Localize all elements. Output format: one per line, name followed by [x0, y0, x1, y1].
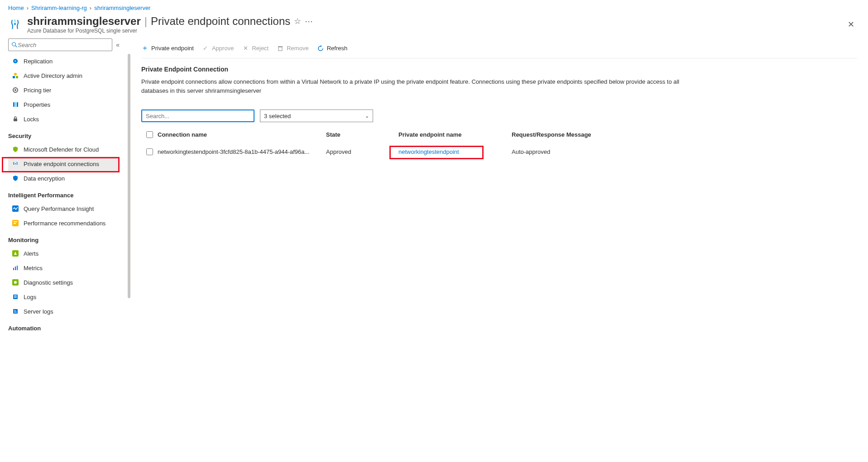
svg-rect-21	[13, 268, 14, 270]
private-endpoint-link[interactable]: networkingtestendpoint	[398, 148, 459, 155]
sidebar-item-performance-recommendations[interactable]: Performance recommendations	[8, 216, 120, 230]
svg-rect-29	[13, 309, 18, 314]
postgresql-icon	[8, 18, 22, 31]
chart-pulse-icon	[12, 205, 19, 212]
svg-rect-28	[14, 297, 17, 298]
sidebar-item-metrics[interactable]: Metrics	[8, 261, 120, 275]
svg-point-8	[14, 73, 17, 76]
select-all-checkbox[interactable]	[146, 131, 153, 138]
blade-title: Private endpoint connections	[151, 15, 290, 28]
sidebar-item-label: Alerts	[24, 250, 38, 257]
svg-rect-0	[14, 19, 15, 23]
check-icon: ✓	[202, 45, 209, 52]
col-state[interactable]: State	[326, 131, 398, 138]
server-logs-icon	[12, 308, 19, 315]
sidebar-item-private-endpoint-connections[interactable]: Private endpoint connections	[8, 157, 120, 171]
button-label: Approve	[212, 45, 234, 52]
sidebar-search[interactable]	[8, 38, 112, 51]
svg-point-5	[14, 60, 16, 62]
svg-rect-33	[278, 46, 283, 47]
sidebar-item-replication[interactable]: Replication	[8, 54, 120, 68]
sidebar-item-label: Metrics	[24, 265, 43, 271]
x-icon: ✕	[242, 45, 249, 52]
metrics-icon	[12, 264, 19, 271]
row-checkbox[interactable]	[146, 148, 153, 155]
svg-rect-23	[17, 266, 18, 270]
sidebar-item-label: Properties	[24, 101, 50, 108]
breadcrumb-resource[interactable]: shrirammsingleserver	[94, 5, 150, 11]
resource-title: shrirammsingleserver	[27, 15, 141, 28]
svg-point-2	[12, 43, 16, 46]
button-label: Private endpoint	[151, 45, 194, 52]
svg-rect-11	[13, 102, 14, 107]
svg-rect-18	[14, 221, 17, 222]
sidebar-item-diagnostic-settings[interactable]: Diagnostic settings	[8, 275, 120, 290]
sidebar: « ▲ Replication Active Directory admin P…	[8, 38, 120, 334]
sidebar-item-data-encryption[interactable]: Data encryption	[8, 171, 120, 186]
encryption-shield-icon	[12, 175, 19, 182]
reject-button: ✕ Reject	[242, 45, 269, 52]
content-area: ＋ Private endpoint ✓ Approve ✕ Reject Re…	[120, 38, 868, 160]
trash-icon	[277, 45, 284, 52]
col-private-endpoint-name[interactable]: Private endpoint name	[398, 131, 512, 138]
sidebar-search-input[interactable]	[18, 42, 109, 48]
filter-row: 3 selected ⌄	[141, 110, 857, 122]
table-row[interactable]: networkingtestendpoint-3fcfd825-8a1b-447…	[141, 143, 857, 160]
plus-icon: ＋	[141, 45, 149, 52]
table-search[interactable]	[141, 110, 254, 122]
svg-rect-7	[16, 76, 18, 78]
refresh-button[interactable]: Refresh	[317, 45, 348, 52]
more-menu-icon[interactable]: ⋯	[305, 16, 314, 26]
col-connection-name[interactable]: Connection name	[158, 131, 326, 138]
close-icon[interactable]: ✕	[848, 19, 860, 29]
sidebar-item-pricing[interactable]: Pricing tier	[8, 83, 120, 97]
sidebar-item-locks[interactable]: Locks	[8, 112, 120, 126]
sidebar-group-intelligent-performance: Intelligent Performance	[8, 186, 120, 201]
remove-button: Remove	[277, 45, 308, 52]
sidebar-item-defender[interactable]: Microsoft Defender for Cloud	[8, 142, 120, 157]
collapse-sidebar-icon[interactable]: «	[116, 41, 120, 48]
svg-point-15	[15, 163, 16, 164]
svg-rect-32	[278, 47, 282, 51]
refresh-icon	[317, 45, 324, 52]
gear-icon	[12, 86, 19, 94]
svg-rect-27	[14, 295, 17, 296]
svg-rect-12	[15, 102, 16, 107]
svg-rect-30	[14, 310, 16, 311]
sidebar-item-label: Pricing tier	[24, 87, 51, 94]
shield-icon	[12, 146, 19, 153]
col-message[interactable]: Request/Response Message	[512, 131, 857, 138]
breadcrumb-rg[interactable]: Shriramm-learning-rg	[31, 5, 87, 11]
sidebar-item-label: Microsoft Defender for Cloud	[24, 146, 99, 153]
svg-point-25	[14, 281, 17, 284]
command-bar: ＋ Private endpoint ✓ Approve ✕ Reject Re…	[141, 38, 857, 58]
sidebar-item-label: Private endpoint connections	[24, 161, 99, 167]
sidebar-item-aad[interactable]: Active Directory admin	[8, 68, 120, 83]
recommendations-icon	[12, 219, 19, 227]
button-label: Remove	[287, 45, 308, 52]
sidebar-item-label: Query Performance Insight	[24, 205, 94, 212]
sidebar-group-monitoring: Monitoring	[8, 230, 120, 246]
pin-icon[interactable]: ☆	[294, 16, 301, 26]
scrollbar[interactable]	[128, 54, 130, 298]
dropdown-label: 3 selected	[264, 113, 291, 119]
sidebar-item-server-logs[interactable]: Server logs	[8, 304, 120, 319]
sidebar-item-alerts[interactable]: Alerts	[8, 246, 120, 261]
sidebar-item-query-performance[interactable]: Query Performance Insight	[8, 201, 120, 216]
cell-message: Auto-approved	[512, 148, 857, 155]
breadcrumb-home[interactable]: Home	[8, 5, 24, 11]
sidebar-items: ▲ Replication Active Directory admin Pri…	[8, 54, 120, 334]
sidebar-item-logs[interactable]: Logs	[8, 290, 120, 304]
state-filter-dropdown[interactable]: 3 selected ⌄	[260, 110, 373, 122]
sidebar-item-label: Performance recommendations	[24, 220, 106, 227]
private-endpoint-icon	[12, 160, 19, 167]
svg-point-10	[14, 89, 16, 91]
sidebar-item-properties[interactable]: Properties	[8, 97, 120, 112]
connections-table: Connection name State Private endpoint n…	[141, 126, 857, 160]
alerts-icon	[12, 250, 19, 257]
table-search-input[interactable]	[146, 113, 250, 119]
search-icon	[11, 42, 18, 48]
add-private-endpoint-button[interactable]: ＋ Private endpoint	[141, 45, 194, 52]
page-header: shrirammsingleserver | Private endpoint …	[0, 14, 868, 35]
chevron-right-icon: ›	[90, 5, 91, 11]
